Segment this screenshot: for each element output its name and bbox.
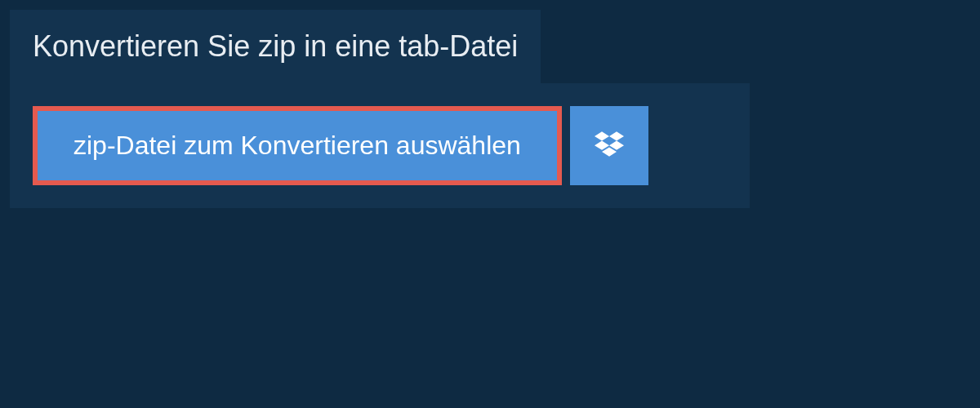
- page-title: Konvertieren Sie zip in eine tab-Datei: [33, 29, 518, 64]
- select-file-button[interactable]: zip-Datei zum Konvertieren auswählen: [38, 111, 557, 180]
- dropbox-icon: [595, 130, 624, 162]
- select-file-highlight: zip-Datei zum Konvertieren auswählen: [33, 106, 562, 185]
- button-row: zip-Datei zum Konvertieren auswählen: [33, 106, 727, 185]
- header-strip: Konvertieren Sie zip in eine tab-Datei: [10, 10, 541, 83]
- upload-panel: zip-Datei zum Konvertieren auswählen: [10, 83, 750, 208]
- dropbox-button[interactable]: [570, 106, 648, 185]
